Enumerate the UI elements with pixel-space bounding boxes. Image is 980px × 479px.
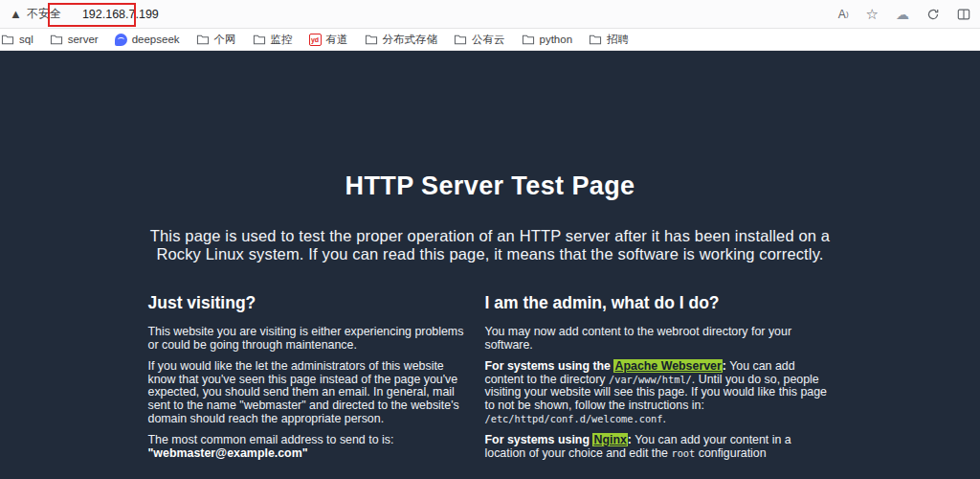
apache-webserver-link[interactable]: Apache Webserver [613, 359, 722, 373]
page-title: HTTP Server Test Page [0, 171, 980, 201]
visitor-column: Just visiting? This website you are visi… [148, 293, 474, 468]
visitor-paragraph-1: This website you are visiting is either … [148, 326, 474, 352]
bookmark-item-distributed-storage[interactable]: 分布式存储 [365, 33, 438, 47]
bookmark-item-youdao[interactable]: yd 有道 [309, 33, 348, 47]
bookmark-item-genet[interactable]: 个网 [196, 33, 236, 47]
warning-icon: ▲ [10, 8, 22, 20]
folder-icon [522, 34, 535, 45]
bookmark-item-python[interactable]: python [522, 34, 573, 45]
deepseek-icon [115, 34, 127, 46]
folder-icon [1, 34, 14, 45]
two-column-layout: Just visiting? This website you are visi… [148, 293, 833, 468]
toolbar-icons: A) ☆ ☁ [838, 7, 970, 21]
nginx-lead: For systems using [485, 433, 593, 446]
read-aloud-icon[interactable]: A) [838, 9, 849, 20]
folder-icon [589, 34, 602, 45]
bookmark-item-monitor[interactable]: 监控 [253, 33, 293, 47]
bookmark-item-public-cloud[interactable]: 公有云 [454, 33, 505, 47]
browser-toolbar: ▲ 不安全 192.168.7.199 A) ☆ ☁ [0, 0, 980, 29]
bookmark-item-sql[interactable]: sql [1, 34, 33, 45]
nginx-link[interactable]: Nginx [592, 433, 627, 446]
folder-icon [50, 34, 63, 45]
refresh-sync-icon[interactable] [926, 8, 940, 21]
favorites-star-icon[interactable]: ☆ [866, 7, 879, 21]
folder-icon [454, 34, 467, 45]
test-page-body: HTTP Server Test Page This page is used … [0, 51, 980, 479]
split-screen-icon[interactable] [957, 8, 970, 21]
url-text: 192.168.7.199 [82, 8, 159, 21]
visitor-paragraph-2: If you would like the let the administra… [148, 360, 474, 425]
nginx-paragraph: For systems using Nginx: You can add you… [485, 434, 833, 460]
apache-path-1: /var/www/html/ [609, 374, 692, 385]
admin-paragraph-1: You may now add content to the webroot d… [485, 326, 833, 352]
intro-paragraph: This page is used to test the proper ope… [136, 227, 844, 264]
nginx-text-2: configuration [695, 446, 766, 460]
bookmark-item-recruit[interactable]: 招聘 [589, 33, 629, 47]
apache-lead: For systems using the [485, 359, 614, 373]
email-intro-text: The most common email address to send to… [148, 433, 394, 446]
apache-path-2: /etc/httpd/conf.d/welcome.conf [485, 413, 663, 424]
collections-icon[interactable]: ☁ [896, 8, 909, 21]
apache-paragraph: For systems using the Apache Webserver: … [485, 360, 833, 425]
admin-column: I am the admin, what do I do? You may no… [485, 293, 833, 468]
address-bar[interactable]: 192.168.7.199 [77, 4, 165, 25]
site-security-indicator[interactable]: ▲ 不安全 [10, 6, 61, 22]
bookmark-item-server[interactable]: server [50, 34, 99, 45]
bookmarks-bar: sql server deepseek 个网 监控 yd 有道 分布式存储 公有… [0, 29, 980, 51]
email-paragraph: The most common email address to send to… [148, 434, 474, 460]
youdao-icon: yd [309, 34, 322, 46]
webmaster-email: "webmaster@example.com" [148, 446, 308, 460]
folder-icon [253, 34, 266, 45]
visitor-heading: Just visiting? [148, 293, 474, 313]
folder-icon [196, 34, 210, 45]
folder-icon [365, 34, 378, 45]
admin-heading: I am the admin, what do I do? [485, 293, 833, 313]
bookmark-item-deepseek[interactable]: deepseek [115, 34, 180, 46]
security-label: 不安全 [27, 6, 61, 22]
apache-text-3: . [662, 412, 665, 425]
nginx-code-root: root [671, 447, 695, 459]
